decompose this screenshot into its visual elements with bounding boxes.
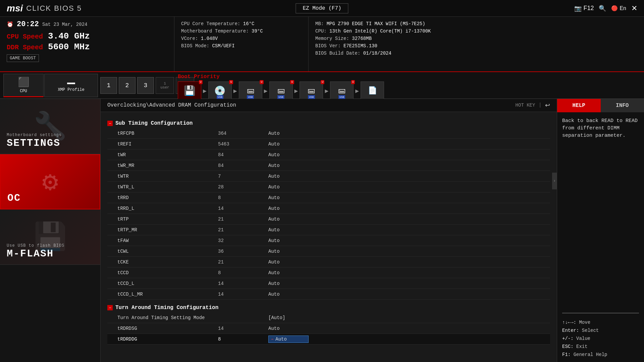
memory-value: 32768MB — [352, 36, 372, 41]
doc-icon: 📄 — [368, 86, 377, 95]
profile-user1-button[interactable]: 1 user — [156, 77, 174, 94]
row-name: tRFCPB — [117, 131, 218, 136]
row-setting-editing[interactable]: ✏ Auto — [268, 336, 309, 343]
table-row[interactable]: tWTR 7 Auto — [107, 171, 550, 182]
drive-icon-5: 🖴 — [308, 86, 315, 95]
settings-bg-icon: 🔧 — [0, 99, 100, 154]
turn-around-title: Turn Around Timing Configuration — [115, 305, 218, 311]
ez-mode-button[interactable]: EZ Mode (F7) — [296, 3, 348, 13]
row-name: tCCD — [117, 270, 218, 276]
table-row[interactable]: tCCD_L_MR 14 Auto — [107, 289, 550, 300]
cpu-button[interactable]: ⬛ CPU — [3, 74, 44, 97]
row-value: 14 — [218, 326, 268, 331]
row-value: 364 — [218, 131, 268, 136]
bios-mode-row: BIOS Mode: CSM/UEFI — [181, 42, 302, 50]
xmp-label: XMP Profile — [58, 87, 84, 92]
bios-build-row: BIOS Build Date: 01/18/2024 — [315, 50, 637, 57]
info-tab[interactable]: INFO — [601, 99, 644, 112]
cpu-chip-icon: ⬛ — [18, 76, 30, 88]
boot-devices: 💾 U ▶ 💿 U USB ▶ 🖴 U USB ▶ 🖴 U USB — [178, 81, 384, 100]
back-button[interactable]: ↩ — [545, 102, 550, 109]
active-table-row[interactable]: tRDRDDG 8 ✏ Auto — [107, 334, 550, 345]
row-value: 21 — [218, 259, 268, 265]
row-setting: Auto — [268, 259, 280, 265]
row-name: tWTR — [117, 174, 218, 179]
boot-device-3[interactable]: 🖴 U USB — [239, 81, 262, 100]
table-row[interactable]: tRRD 8 Auto — [107, 192, 550, 203]
table-row[interactable]: tWTR_L 28 Auto — [107, 182, 550, 192]
right-collapse-handle[interactable]: › — [552, 173, 557, 189]
settings-scroll[interactable]: − Sub Timing Configuration tRFCPB 364 Au… — [101, 112, 557, 362]
ddr-speed-row: DDR Speed 5600 MHz — [7, 42, 167, 52]
sub-timing-collapse[interactable]: − — [107, 121, 113, 126]
enter-key: Enter: — [562, 328, 579, 333]
sub-timing-title: Sub Timing Configuration — [115, 120, 193, 126]
game-boost[interactable]: GAME BOOST — [7, 54, 39, 62]
sidebar-item-settings[interactable]: 🔧 Motherboard settings SETTINGS — [0, 99, 100, 154]
table-row[interactable]: tWR 84 Auto — [107, 149, 550, 160]
lang-label: En — [620, 5, 626, 11]
boot-device-5[interactable]: 🖴 U USB — [300, 81, 323, 100]
table-row[interactable]: tREFI 5463 Auto — [107, 139, 550, 149]
row-setting: Auto — [268, 174, 280, 179]
row-setting: Auto — [268, 141, 280, 147]
row-value: 36 — [218, 249, 268, 254]
row-name: tWTR_L — [117, 184, 218, 190]
divider: | — [538, 102, 542, 108]
table-row[interactable]: tRTP 21 Auto — [107, 214, 550, 225]
boot-badge-3: U — [260, 80, 263, 84]
bios-ver-row: BIOS Ver: E7E25IMS.130 — [315, 42, 637, 50]
arrow-icon-2: ▶ — [233, 87, 237, 95]
close-button[interactable]: ✕ — [631, 4, 637, 13]
profile-1-button[interactable]: 1 — [100, 77, 117, 94]
table-row[interactable]: tCCD 8 Auto — [107, 267, 550, 278]
turn-around-collapse[interactable]: − — [107, 305, 113, 310]
row-setting: Auto — [268, 217, 280, 222]
table-row[interactable]: tFAW 32 Auto — [107, 235, 550, 246]
cpu-speed-row: CPU Speed 3.40 GHz — [7, 31, 167, 41]
table-row[interactable]: tWR_MR 84 Auto — [107, 160, 550, 171]
hot-key-label: HOT KEY — [516, 103, 535, 108]
boot-badge-2: U — [229, 80, 233, 84]
xmp-button[interactable]: ▬▬ XMP Profile — [44, 74, 98, 97]
sidebar-item-mflash[interactable]: 💾 Use USB to flash BIOS M-FLASH — [0, 209, 100, 265]
shortcut-value: +/-: Value — [562, 335, 639, 343]
component-panel: ⬛ CPU ▬▬ XMP Profile 1 2 3 1 user 2 user… — [0, 72, 644, 99]
table-row[interactable]: tCCD_L 14 Auto — [107, 278, 550, 289]
table-row[interactable]: tCWL 36 Auto — [107, 246, 550, 257]
row-name: tCKE — [117, 259, 218, 265]
shortcut-esc: ESC: Exit — [562, 343, 639, 351]
row-value: 8 — [218, 337, 268, 342]
boot-device-2[interactable]: 💿 U USB — [208, 81, 232, 100]
help-panel: HELP INFO Back to back READ to READ from… — [557, 99, 644, 362]
search-button[interactable]: 🔍 — [599, 5, 606, 12]
table-row[interactable]: tCKE 21 Auto — [107, 257, 550, 267]
boot-device-1[interactable]: 💾 U — [178, 81, 201, 100]
help-tab[interactable]: HELP — [557, 99, 601, 112]
boot-device-6[interactable]: 🖴 U USB — [330, 81, 354, 100]
msi-logo: msi — [7, 3, 23, 14]
row-setting: Auto — [268, 152, 280, 158]
row-name: tRDRDSG — [117, 326, 218, 331]
screenshot-button[interactable]: 📷 F12 — [574, 5, 594, 12]
language-button[interactable]: 🔴 En — [611, 5, 626, 11]
header-right: 📷 F12 🔍 🔴 En ✕ — [574, 4, 637, 13]
row-setting: Auto — [268, 292, 280, 297]
f1-key: F1: — [562, 352, 571, 357]
table-row[interactable]: tRDRDSG 14 Auto — [107, 323, 550, 334]
boot-device-4[interactable]: 🖴 U USB — [269, 81, 293, 100]
table-row[interactable]: tRFCPB 364 Auto — [107, 128, 550, 139]
profile-3-button[interactable]: 3 — [137, 77, 154, 94]
info-center: CPU Core Temperature: 16°C Motherboard T… — [174, 17, 309, 71]
turn-around-header: − Turn Around Timing Configuration — [107, 305, 550, 311]
table-row[interactable]: tRRD_L 14 Auto — [107, 203, 550, 214]
row-setting: Auto — [268, 326, 280, 331]
mb-label: MB: — [315, 21, 324, 26]
table-row[interactable]: Turn Around Timing Setting Mode [Auto] — [107, 312, 550, 323]
profile-2-button[interactable]: 2 — [119, 77, 136, 94]
sidebar-item-oc[interactable]: ⚙ OC — [0, 154, 100, 209]
table-row[interactable]: tRTP_MR 21 Auto — [107, 225, 550, 235]
boot-device-7[interactable]: 📄 — [361, 81, 384, 100]
memory-label: Memory Size: — [315, 36, 349, 41]
row-setting: Auto — [268, 206, 280, 211]
